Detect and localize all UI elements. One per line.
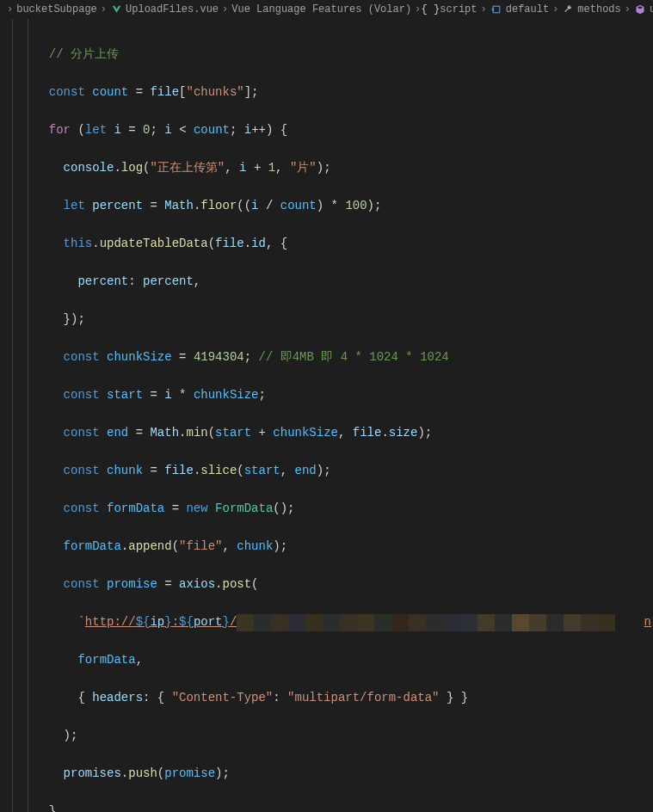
cube-icon: [634, 3, 646, 15]
chevron-right-icon: ›: [415, 0, 421, 19]
chevron-right-icon: ›: [625, 0, 631, 19]
breadcrumb: › bucketSubpage › UploadFiles.vue › Vue …: [0, 0, 653, 19]
url-text: http://${ip}:${port}/: [85, 615, 237, 629]
code-editor[interactable]: // 分片上传 const count = file["chunks"]; fo…: [0, 19, 653, 812]
braces-icon: { }: [424, 3, 436, 15]
svg-rect-1: [491, 9, 493, 11]
breadcrumb-label: methods: [577, 0, 620, 19]
breadcrumb-item-folder[interactable]: bucketSubpage: [16, 0, 97, 19]
chevron-right-icon: ›: [101, 0, 107, 19]
breadcrumb-label: Vue Language Features (Volar): [231, 0, 411, 19]
breadcrumb-item-volar[interactable]: Vue Language Features (Volar): [231, 0, 411, 19]
breadcrumb-item-script[interactable]: { } script: [424, 0, 477, 19]
chevron-right-icon: ›: [552, 0, 558, 19]
breadcrumb-label: script: [440, 0, 477, 19]
code-comment: // 分片上传: [49, 47, 119, 61]
breadcrumb-label: uploadFile: [650, 0, 653, 19]
chevron-right-icon: ›: [222, 0, 228, 19]
breadcrumb-item-file[interactable]: UploadFiles.vue: [110, 0, 219, 19]
breadcrumb-item-methods[interactable]: methods: [562, 0, 620, 19]
wrench-icon: [562, 3, 574, 15]
chevron-right-icon: ›: [481, 0, 487, 19]
breadcrumb-item-method[interactable]: uploadFile: [634, 0, 653, 19]
chevron-right-icon: ›: [7, 0, 13, 19]
module-icon: [490, 3, 502, 15]
code-line-redacted: `http://${ip}:${port}/n: [34, 612, 653, 631]
svg-rect-0: [493, 6, 500, 13]
vue-icon: [110, 3, 122, 15]
code-area[interactable]: // 分片上传 const count = file["chunks"]; fo…: [34, 19, 653, 812]
breadcrumb-item-default[interactable]: default: [490, 0, 549, 19]
breadcrumb-label: bucketSubpage: [16, 0, 97, 19]
breadcrumb-label: default: [506, 0, 549, 19]
breadcrumb-label: UploadFiles.vue: [126, 0, 219, 19]
gutter: [0, 19, 34, 812]
